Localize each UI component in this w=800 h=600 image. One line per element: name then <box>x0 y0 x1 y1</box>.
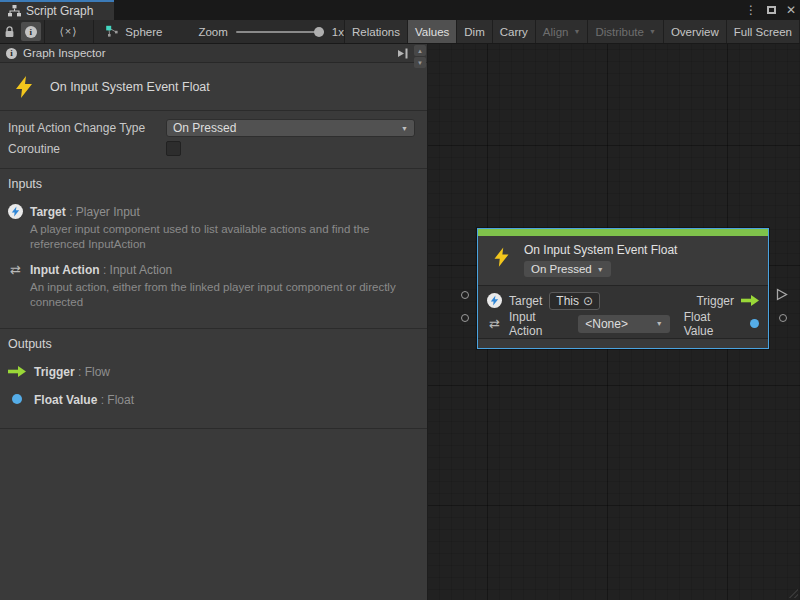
graph-canvas[interactable]: On Input System Event Float On Pressed ▼… <box>428 44 800 600</box>
zoom-label: Zoom <box>198 26 227 38</box>
node-footer <box>478 338 768 348</box>
carry-button[interactable]: Carry <box>492 20 535 43</box>
dim-button[interactable]: Dim <box>456 20 491 43</box>
outputs-header: Outputs <box>8 337 415 351</box>
flow-arrow-icon <box>741 295 759 306</box>
port-name: Float Value <box>34 393 97 407</box>
change-type-row: Input Action Change Type On Pressed ▼ <box>8 118 415 138</box>
button-label: Dim <box>464 26 484 38</box>
button-label: Values <box>415 26 449 38</box>
node-body: Target This ⊙ Trigger ⇄ Input Action <box>478 286 768 338</box>
values-button[interactable]: Values <box>407 20 456 43</box>
lock-button[interactable] <box>0 20 20 43</box>
input-action-value: <None> <box>585 317 628 331</box>
distribute-button[interactable]: Distribute▼ <box>587 20 663 43</box>
float-value-output-port[interactable] <box>779 314 787 322</box>
full-screen-button[interactable]: Full Screen <box>726 20 800 43</box>
port-description: A player input component used to list av… <box>30 222 415 251</box>
align-button[interactable]: Align▼ <box>535 20 588 43</box>
node-row-inputaction-float: ⇄ Input Action <None> ▼ Float Value <box>478 312 768 335</box>
window-menu-icon[interactable]: ⋮ <box>745 3 757 17</box>
object-picker-icon[interactable]: ⊙ <box>583 294 593 308</box>
coroutine-row: Coroutine <box>8 140 415 157</box>
resize-grip[interactable] <box>788 588 798 598</box>
overview-button[interactable]: Overview <box>663 20 726 43</box>
node-header[interactable]: On Input System Event Float On Pressed ▼ <box>478 236 768 286</box>
scroll-up-button[interactable]: ▲ <box>414 45 426 56</box>
node-mode-value: On Pressed <box>531 263 592 275</box>
change-type-dropdown[interactable]: On Pressed ▼ <box>166 119 415 137</box>
chevron-down-icon: ▼ <box>401 125 408 132</box>
graph-inspector-header: i Graph Inspector ▲ ▼ <box>0 44 427 63</box>
port-type: : Float <box>97 393 134 407</box>
graph-toolbar: i ⟨×⟩ Sphere Zoom 1x Relations Values Di… <box>0 20 800 44</box>
inspector-toggle-button[interactable]: i <box>21 22 41 41</box>
change-type-label: Input Action Change Type <box>8 121 166 135</box>
node-event-color-strip <box>478 229 768 236</box>
input-action-icon: ⇄ <box>487 316 502 331</box>
maximize-icon[interactable] <box>767 6 776 14</box>
coroutine-checkbox[interactable] <box>166 141 181 156</box>
chevron-down-icon: ▼ <box>573 28 580 35</box>
graph-asset-icon <box>105 25 119 38</box>
input-doc-target: Target : Player Input A player input com… <box>8 202 415 251</box>
graph-breadcrumb[interactable]: Sphere <box>95 20 172 43</box>
input-action-input-port[interactable] <box>461 314 469 322</box>
breadcrumb-graph-name: Sphere <box>125 26 162 38</box>
dock-panel-icon[interactable] <box>396 47 409 60</box>
float-value-port-label: Float Value <box>684 310 743 338</box>
zoom-slider[interactable] <box>236 31 324 33</box>
chevron-down-icon: ▼ <box>649 28 656 35</box>
float-port-icon <box>12 394 22 404</box>
target-object-field[interactable]: This ⊙ <box>549 292 600 310</box>
button-label: Overview <box>671 26 719 38</box>
trigger-port-label: Trigger <box>696 294 734 308</box>
toolbar-separator <box>44 20 45 43</box>
window-controls: ⋮ ✕ <box>745 0 796 20</box>
output-doc-trigger: Trigger : Flow <box>8 362 415 380</box>
relations-button[interactable]: Relations <box>344 20 407 43</box>
player-input-icon <box>487 293 502 308</box>
graph-inspector-panel: i Graph Inspector ▲ ▼ On Input System Ev… <box>0 44 428 600</box>
scroll-down-button[interactable]: ▼ <box>414 57 426 68</box>
chevron-down-icon: ▼ <box>597 266 604 273</box>
target-object-value: This <box>556 294 579 308</box>
on-input-system-event-float-node[interactable]: On Input System Event Float On Pressed ▼… <box>477 228 769 349</box>
info-icon: i <box>6 48 17 59</box>
zoom-value: 1x <box>332 26 344 38</box>
lock-icon <box>4 26 15 38</box>
input-action-port-label: Input Action <box>509 310 571 338</box>
port-name: Target <box>30 205 66 219</box>
button-label: Align <box>543 26 569 38</box>
inspector-scrollbar: ▲ ▼ <box>413 44 427 70</box>
player-input-icon <box>8 204 23 219</box>
info-icon: i <box>25 26 37 38</box>
zoom-slider-handle[interactable] <box>314 27 324 37</box>
button-label: Relations <box>352 26 400 38</box>
node-title: On Input System Event Float <box>524 243 677 257</box>
target-input-port[interactable] <box>461 291 469 299</box>
trigger-output-port[interactable] <box>776 288 788 301</box>
port-description: An input action, either from the linked … <box>30 280 415 309</box>
inputs-section: Inputs Target : Player Input A player in… <box>0 169 427 329</box>
output-doc-float-value: Float Value : Float <box>8 390 415 408</box>
tab-bar: Script Graph ⋮ ✕ <box>0 0 800 20</box>
chevron-down-icon: ▼ <box>656 320 663 327</box>
port-type: : Flow <box>75 365 110 379</box>
code-preview-button[interactable]: ⟨×⟩ <box>46 20 90 43</box>
change-type-value: On Pressed <box>173 121 236 135</box>
outputs-section: Outputs Trigger : Flow Float Value : Flo… <box>0 329 427 429</box>
event-bolt-icon <box>12 75 36 99</box>
node-mode-dropdown[interactable]: On Pressed ▼ <box>524 261 611 277</box>
input-doc-input-action: ⇄ Input Action : Input Action An input a… <box>8 260 415 309</box>
inspected-node-header: On Input System Event Float <box>0 63 427 111</box>
close-icon[interactable]: ✕ <box>786 3 796 17</box>
port-name: Trigger <box>34 365 75 379</box>
float-port-icon <box>750 319 759 328</box>
button-label: Distribute <box>595 26 644 38</box>
input-action-dropdown[interactable]: <None> ▼ <box>578 315 669 333</box>
coroutine-label: Coroutine <box>8 142 166 156</box>
target-port-label: Target <box>509 294 542 308</box>
tab-script-graph[interactable]: Script Graph <box>0 0 114 20</box>
port-type: : Input Action <box>100 263 173 277</box>
